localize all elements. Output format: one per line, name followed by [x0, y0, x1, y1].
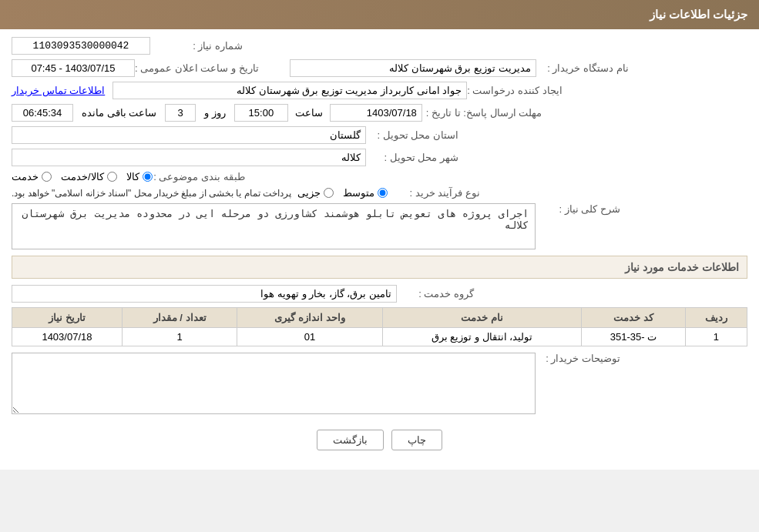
page-header: جزئیات اطلاعات نیاز	[0, 0, 759, 29]
col-service-name: نام خدمت	[382, 308, 581, 328]
service-group-row: گروه خدمت : تامین برق، گاز، بخار و تهویه…	[12, 285, 747, 303]
deadline-time-label: ساعت	[295, 107, 323, 119]
remaining-label: ساعت باقی مانده	[82, 107, 156, 119]
purchase-type-radio-jozi[interactable]	[324, 188, 334, 198]
days-label: روز و	[204, 107, 226, 119]
services-table: ردیف کد خدمت نام خدمت واحد اندازه گیری ت…	[12, 307, 747, 346]
table-cell-date: 1403/07/18	[12, 328, 123, 346]
response-deadline-label: مهلت ارسال پاسخ: تا تاریخ :	[426, 107, 542, 119]
buyer-notes-row: توضیحات خریدار :	[12, 353, 747, 414]
buyer-notes-label: توضیحات خریدار :	[536, 353, 620, 364]
deadline-time-value: 15:00	[234, 104, 288, 122]
table-cell-name: تولید، انتقال و توزیع برق	[382, 328, 581, 346]
services-heading: اطلاعات خدمات مورد نیاز	[12, 256, 747, 279]
payment-note: پرداخت تمام یا بخشی از مبلغ خریدار محل "…	[12, 188, 291, 199]
requester-value: جواد امانی کاربرداز مدیریت توزیع برق شهر…	[113, 82, 467, 99]
request-number-value: 1103093530000042	[12, 37, 150, 55]
province-label: استان محل تحویل :	[366, 129, 458, 141]
province-row: استان محل تحویل : گلستان	[12, 126, 747, 144]
buttons-row: چاپ بازگشت	[12, 422, 747, 462]
days-value: 3	[165, 104, 196, 122]
requester-row: ایجاد کننده درخواست : جواد امانی کاربردا…	[12, 82, 747, 99]
page-wrapper: جزئیات اطلاعات نیاز شماره نیاز : 1103093…	[0, 0, 759, 470]
print-button[interactable]: چاپ	[391, 430, 442, 450]
buyer-notes-textarea[interactable]	[12, 353, 536, 414]
request-number-label: شماره نیاز :	[150, 40, 243, 52]
category-radio-khedmat[interactable]	[42, 172, 52, 182]
city-label: شهر محل تحویل :	[366, 152, 458, 163]
page-title: جزئیات اطلاعات نیاز	[650, 8, 747, 21]
purchase-type-jozi-label: جزیی	[297, 187, 321, 199]
contact-info-link[interactable]: اطلاعات تماس خریدار	[12, 85, 105, 96]
category-option-1: خدمت	[12, 171, 52, 182]
category-option-kala-label: کالا	[126, 171, 139, 182]
remaining-value: 06:45:34	[12, 104, 73, 122]
purchase-type-option-jozi: جزیی	[297, 187, 334, 199]
category-radio-kala[interactable]	[143, 172, 153, 182]
category-option-khedmat-label: خدمت	[12, 171, 39, 182]
category-row: طبقه بندی موضوعی : کالا کالا/خدمت خدمت	[12, 171, 747, 182]
col-unit: واحد اندازه گیری	[237, 308, 382, 328]
request-number-row: شماره نیاز : 1103093530000042	[12, 37, 747, 55]
category-option-3: کالا	[126, 171, 153, 182]
purchase-type-option-motavas: متوسط	[343, 187, 388, 199]
table-cell-code: ت -35-351	[582, 328, 686, 346]
service-group-label: گروه خدمت :	[397, 288, 474, 299]
table-cell-quantity: 1	[122, 328, 237, 346]
category-option-kala-khedmat-label: کالا/خدمت	[61, 171, 104, 182]
announce-datetime-value: 1403/07/15 - 07:45	[12, 59, 135, 77]
back-button[interactable]: بازگشت	[317, 430, 384, 450]
category-option-2: کالا/خدمت	[61, 171, 117, 182]
deadline-row: مهلت ارسال پاسخ: تا تاریخ : 1403/07/18 س…	[12, 104, 747, 122]
requester-label: ایجاد کننده درخواست :	[467, 85, 562, 96]
purchase-type-label: نوع فرآیند خرید :	[388, 187, 480, 199]
buyer-org-label: نام دستگاه خریدار :	[536, 62, 629, 74]
description-textarea[interactable]	[12, 203, 536, 249]
col-service-code: کد خدمت	[582, 308, 686, 328]
table-row: 1ت -35-351تولید، انتقال و توزیع برق01114…	[12, 328, 747, 346]
announce-datetime-row: نام دستگاه خریدار : مدیریت توزیع برق شهر…	[12, 59, 747, 77]
table-cell-row: 1	[685, 328, 747, 346]
buyer-org-value: مدیریت توزیع برق شهرستان کلاله	[290, 59, 536, 77]
province-value: گلستان	[12, 126, 366, 144]
col-date: تاریخ نیاز	[12, 308, 123, 328]
description-label: شرح کلی نیاز :	[536, 203, 620, 215]
content-area: شماره نیاز : 1103093530000042 نام دستگاه…	[0, 29, 759, 470]
col-quantity: تعداد / مقدار	[122, 308, 237, 328]
service-group-value: تامین برق، گاز، بخار و تهویه هوا	[12, 285, 397, 303]
table-header-row: ردیف کد خدمت نام خدمت واحد اندازه گیری ت…	[12, 308, 747, 328]
category-radio-kala-khedmat[interactable]	[107, 172, 117, 182]
description-row: شرح کلی نیاز :	[12, 203, 747, 249]
table-cell-unit: 01	[237, 328, 382, 346]
category-label: طبقه بندی موضوعی :	[153, 171, 245, 182]
purchase-type-radio-group: متوسط جزیی	[297, 187, 388, 199]
city-row: شهر محل تحویل : کلاله	[12, 149, 747, 166]
purchase-type-radio-motavas[interactable]	[378, 188, 388, 198]
deadline-date-value: 1403/07/18	[330, 104, 422, 122]
announce-datetime-label: تاریخ و ساعت اعلان عمومی :	[135, 62, 259, 74]
city-value: کلاله	[12, 149, 366, 166]
col-row-num: ردیف	[685, 308, 747, 328]
purchase-type-motavas-label: متوسط	[343, 187, 374, 199]
category-radio-group: کالا کالا/خدمت خدمت	[12, 171, 153, 182]
purchase-type-row: نوع فرآیند خرید : متوسط جزیی پرداخت تمام…	[12, 187, 747, 199]
